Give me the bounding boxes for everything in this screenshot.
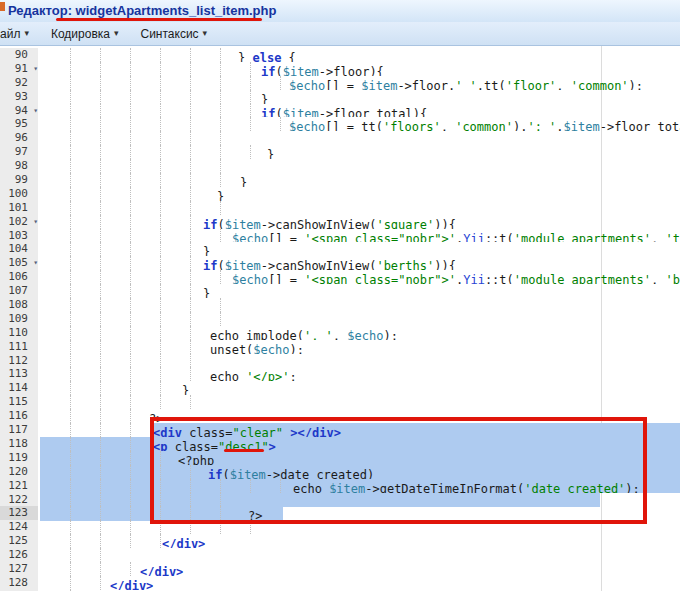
- indent-guide: [130, 145, 131, 159]
- syntax-token: }: [203, 287, 210, 298]
- menu-item-encoding[interactable]: Кодировка ▾: [47, 25, 123, 43]
- code-line[interactable]: 122: [0, 493, 680, 507]
- code-line-content: if($item->date_created): [38, 465, 680, 479]
- indent-guide: [100, 409, 101, 423]
- line-number: 99: [0, 173, 38, 187]
- code-line[interactable]: 105▾if($item->canShowInView('berths')){: [0, 256, 680, 270]
- code-line[interactable]: 116?>: [0, 409, 680, 423]
- code-line[interactable]: 114}: [0, 381, 680, 395]
- indent-guide: [250, 62, 251, 76]
- syntax-token: (: [275, 65, 282, 76]
- code-line[interactable]: 100}: [0, 187, 680, 201]
- code-line[interactable]: 94▾if($item->floor_total){: [0, 104, 680, 118]
- code-line[interactable]: 113echo '</p>';: [0, 367, 680, 381]
- indent-guide: [130, 423, 131, 437]
- code-line[interactable]: 98: [0, 159, 680, 173]
- code-line[interactable]: 108: [0, 298, 680, 312]
- indent-guide: [220, 76, 221, 90]
- indent-guide: [130, 298, 131, 312]
- code-line[interactable]: 109: [0, 312, 680, 326]
- code-line-content: <div class="clear" ></div>: [38, 423, 680, 437]
- syntax-token: ->date_created): [266, 468, 374, 479]
- line-number: 125: [0, 534, 38, 548]
- code-line[interactable]: 111unset($echo);: [0, 340, 680, 354]
- indent-guide: [130, 367, 131, 381]
- code-line[interactable]: 120if($item->date_created): [0, 465, 680, 479]
- code-line[interactable]: 119<?php: [0, 451, 680, 465]
- syntax-token: $echo: [232, 232, 268, 243]
- code-line[interactable]: 112: [0, 354, 680, 368]
- code-line[interactable]: 106$echo[] = '<span class="nobr">'.Yii::…: [0, 270, 680, 284]
- code-line[interactable]: 126: [0, 548, 680, 562]
- code-line[interactable]: 96: [0, 131, 680, 145]
- indent-guide: [100, 104, 101, 118]
- code-line[interactable]: 123?>: [0, 506, 680, 520]
- indent-guide: [160, 131, 161, 145]
- indent-guide: [100, 159, 101, 173]
- indent-guide: [220, 493, 221, 507]
- code-line[interactable]: 90} else {: [0, 48, 680, 62]
- indent-guide: [160, 256, 161, 270]
- code-line[interactable]: 128</div>: [0, 576, 680, 590]
- syntax-token: [] =: [268, 232, 304, 243]
- code-line[interactable]: 124: [0, 520, 680, 534]
- indent-guide: [160, 367, 161, 381]
- line-number: 124: [0, 520, 38, 534]
- indent-guide: [130, 62, 131, 76]
- syntax-token: $echo: [232, 273, 268, 284]
- code-line[interactable]: 104}: [0, 242, 680, 256]
- code-line[interactable]: 118<p class="desc1">: [0, 437, 680, 451]
- menu-item-file[interactable]: айл ▾: [0, 25, 33, 43]
- indent-guide: [70, 326, 71, 340]
- indent-guide: [130, 534, 131, 548]
- code-line[interactable]: 127</div>: [0, 562, 680, 576]
- code-line[interactable]: 99}: [0, 173, 680, 187]
- line-number: 109: [0, 312, 38, 326]
- code-line[interactable]: 102▾if($item->canShowInView('square')){: [0, 215, 680, 229]
- code-line[interactable]: 97}: [0, 145, 680, 159]
- indent-guide: [100, 284, 101, 298]
- code-line[interactable]: 125</div>: [0, 534, 680, 548]
- syntax-token: ->getDateTimeInFormat(: [365, 482, 524, 493]
- line-number: 106: [0, 270, 38, 284]
- syntax-token: >: [269, 440, 276, 451]
- syntax-token: ->canShowInView(: [261, 218, 377, 229]
- indent-guide: [190, 340, 191, 354]
- code-line[interactable]: 92$echo[] = $item->floor.' '.tt('floor',…: [0, 76, 680, 90]
- code-text: }: [261, 94, 268, 104]
- indent-guide: [190, 145, 191, 159]
- code-line[interactable]: 117<div class="clear" ></div>: [0, 423, 680, 437]
- indent-guide: [190, 326, 191, 340]
- code-line[interactable]: 107}: [0, 284, 680, 298]
- code-line[interactable]: 95$echo[] = tt('floors', 'common').': '.…: [0, 117, 680, 131]
- code-line[interactable]: 91▾if($item->floor){: [0, 62, 680, 76]
- menu-item-syntax[interactable]: Синтаксис ▾: [136, 25, 211, 43]
- code-line[interactable]: 101: [0, 201, 680, 215]
- code-line[interactable]: 103$echo[] = '<span class="nobr">'.Yii::…: [0, 229, 680, 243]
- syntax-token: ?>: [248, 509, 262, 520]
- indent-guide: [250, 76, 251, 90]
- indent-guide: [70, 548, 71, 562]
- syntax-token: ,: [556, 79, 570, 90]
- syntax-token: [] = tt(: [325, 120, 383, 131]
- indent-guide: [130, 326, 131, 340]
- code-line[interactable]: 110echo implode(', ', $echo);: [0, 326, 680, 340]
- syntax-token: echo implode(: [210, 329, 304, 340]
- code-line[interactable]: 121echo $item->getDateTimeInFormat('date…: [0, 479, 680, 493]
- indent-guide: [160, 215, 161, 229]
- indent-guide: [190, 367, 191, 381]
- line-number: 126: [0, 548, 38, 562]
- indent-guide: [100, 62, 101, 76]
- indent-guide: [220, 159, 221, 173]
- menu-bar: айл ▾ Кодировка ▾ Синтаксис ▾: [0, 22, 680, 46]
- indent-guide: [100, 367, 101, 381]
- syntax-token: "clear": [232, 426, 283, 437]
- indent-guide: [190, 270, 191, 284]
- syntax-token: $item: [225, 259, 261, 270]
- indent-guide: [130, 465, 131, 479]
- code-line[interactable]: 115: [0, 395, 680, 409]
- indent-guide: [130, 479, 131, 493]
- code-line[interactable]: 93}: [0, 90, 680, 104]
- indent-guide: [100, 465, 101, 479]
- code-editor[interactable]: 90} else {91▾if($item->floor){92$echo[] …: [0, 46, 680, 591]
